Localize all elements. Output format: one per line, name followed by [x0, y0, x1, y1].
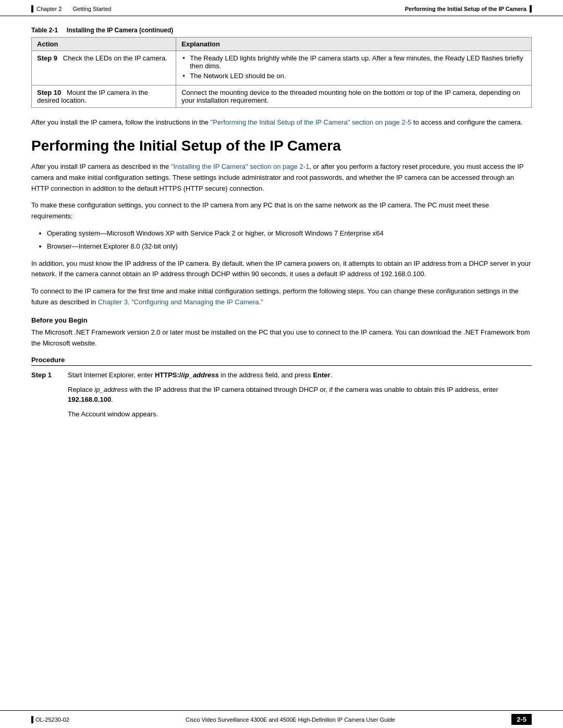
- body-p4-link[interactable]: Chapter 3, "Configuring and Managing the…: [98, 298, 263, 306]
- step1-italic-ip: ip_address: [183, 371, 219, 379]
- req-bullet-2: Browser—Internet Explorer 8.0 (32-bit on…: [47, 241, 532, 252]
- body-para-2: To make these configuration settings, yo…: [31, 200, 532, 222]
- body-p1-link[interactable]: "Installing the IP Camera" section on pa…: [171, 163, 310, 170]
- step1-main-text: Start Internet Explorer, enter HTTPS://i…: [68, 370, 532, 380]
- body-p3-text: In addition, you must know the IP addres…: [31, 260, 531, 278]
- before-you-begin-heading: Before you Begin: [31, 316, 532, 324]
- step9-bullet-list: The Ready LED lights brightly while the …: [181, 54, 526, 80]
- header-right-label: Performing the Initial Setup of the IP C…: [405, 6, 527, 12]
- header-bar-right-icon: [530, 5, 532, 13]
- table-caption-number: 2-1: [49, 27, 65, 34]
- procedure-step-1: Step 1 Start Internet Explorer, enter HT…: [31, 370, 532, 419]
- header-chapter: Chapter 2: [36, 6, 62, 12]
- req-bullet-1: Operating system—Microsoft Windows XP wi…: [47, 228, 532, 239]
- footer-doc-number: OL-25230-02: [35, 717, 69, 723]
- section-heading: Performing the Initial Setup of the IP C…: [31, 137, 532, 155]
- body-p1-text-before: After you install IP camera as described…: [31, 163, 171, 170]
- before-you-begin-text: The Microsoft .NET Framework version 2.0…: [31, 327, 532, 349]
- body-para-4: To connect to the IP camera for the firs…: [31, 286, 532, 308]
- header-bar-icon: [31, 5, 33, 13]
- step1-bold-https: HTTPS://ip_address: [155, 371, 219, 379]
- step1-num: Step 1: [31, 370, 68, 419]
- table-header-row: Action Explanation: [32, 38, 532, 51]
- step10-explanation-cell: Connect the mounting device to the threa…: [176, 85, 532, 108]
- requirements-bullets: Operating system—Microsoft Windows XP wi…: [31, 228, 532, 252]
- step9-label: Step 9: [37, 54, 57, 62]
- step9-explanation-cell: The Ready LED lights brightly while the …: [176, 51, 532, 85]
- install-table: Action Explanation Step 9 Check the LEDs…: [31, 37, 532, 108]
- requirements-list: Operating system—Microsoft Windows XP wi…: [47, 228, 532, 252]
- step1-content: Start Internet Explorer, enter HTTPS://i…: [68, 370, 532, 419]
- header-right: Performing the Initial Setup of the IP C…: [405, 5, 532, 13]
- footer-page-number: 2-5: [511, 714, 532, 725]
- table-caption-title: Installing the IP Camera (continued): [67, 27, 173, 34]
- step9-bullet-2: The Network LED should be on.: [181, 72, 526, 80]
- header-section: Getting Started: [72, 6, 111, 12]
- step1-sub-bold-ip: 192.168.0.100: [68, 396, 111, 403]
- step1-final-line: The Account window appears.: [68, 409, 532, 419]
- after-table-text-before: After you install the IP camera, follow …: [31, 118, 211, 126]
- step1-sub-para: Replace ip_address with the IP address t…: [68, 385, 532, 405]
- page-header: Chapter 2 Getting Started Performing the…: [0, 0, 563, 16]
- main-content: Table 2-1 Installing the IP Camera (cont…: [0, 16, 563, 455]
- after-table-text-after: to access and configure the camera.: [411, 118, 522, 126]
- footer-left: OL-25230-02: [31, 716, 69, 723]
- footer-bar-icon: [31, 716, 33, 723]
- table-row: Step 10 Mount the IP camera in the desir…: [32, 85, 532, 108]
- step10-action-cell: Step 10 Mount the IP camera in the desir…: [32, 85, 176, 108]
- col-action: Action: [32, 38, 176, 51]
- body-p2-text: To make these configuration settings, yo…: [31, 201, 489, 220]
- table-caption-italic: Table: [31, 27, 47, 34]
- after-table-link[interactable]: "Performing the Initial Setup of the IP …: [211, 118, 412, 126]
- col-explanation: Explanation: [176, 38, 532, 51]
- page-footer: OL-25230-02 Cisco Video Surveillance 430…: [0, 710, 563, 728]
- step1-sub-italic: ip_address: [94, 386, 128, 393]
- procedure-heading: Procedure: [31, 356, 532, 366]
- after-table-para: After you install the IP camera, follow …: [31, 117, 532, 128]
- footer-center: Cisco Video Surveillance 4300E and 4500E…: [69, 717, 511, 723]
- table-row: Step 9 Check the LEDs on the IP camera. …: [32, 51, 532, 85]
- step9-action-text: Check the LEDs on the IP camera.: [63, 54, 167, 62]
- step1-bold-enter: Enter: [313, 371, 330, 379]
- body-para-3: In addition, you must know the IP addres…: [31, 258, 532, 280]
- page-container: Chapter 2 Getting Started Performing the…: [0, 0, 563, 728]
- header-left: Chapter 2 Getting Started: [31, 5, 111, 13]
- step9-action-cell: Step 9 Check the LEDs on the IP camera.: [32, 51, 176, 85]
- step10-label: Step 10: [37, 89, 61, 96]
- table-caption: Table 2-1 Installing the IP Camera (cont…: [31, 27, 532, 34]
- step10-explanation-text: Connect the mounting device to the threa…: [181, 89, 520, 104]
- body-para-1: After you install IP camera as described…: [31, 162, 532, 194]
- step9-bullet-1: The Ready LED lights brightly while the …: [181, 54, 526, 70]
